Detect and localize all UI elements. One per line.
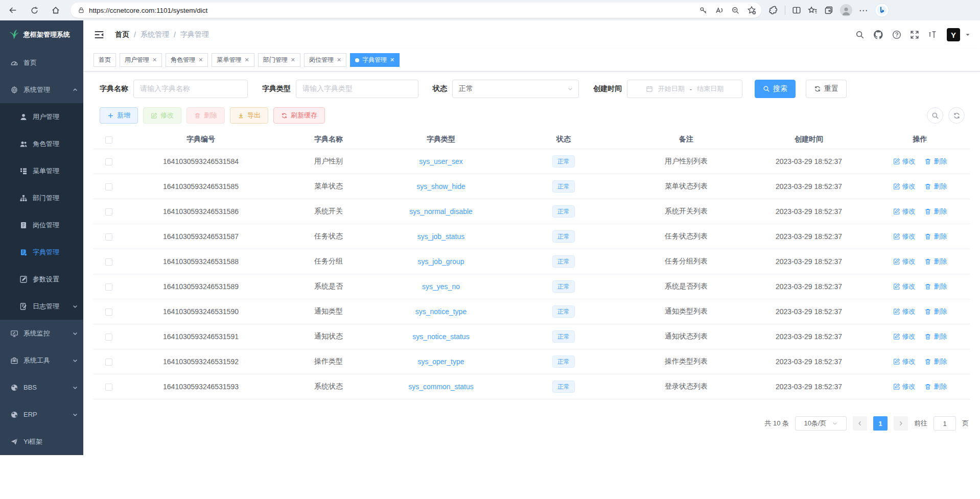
row-edit-link[interactable]: 修改 [893, 282, 916, 291]
row-delete-link[interactable]: 删除 [924, 232, 947, 241]
prev-page-button[interactable] [853, 416, 867, 431]
close-tab-icon[interactable]: ✕ [152, 57, 157, 63]
search-button[interactable]: 搜索 [755, 80, 796, 98]
refresh-cache-button[interactable]: 刷新缓存 [273, 107, 325, 124]
row-checkbox[interactable] [105, 334, 112, 341]
browser-menu-icon[interactable]: ⋯ [859, 6, 868, 15]
read-aloud-icon[interactable] [715, 6, 724, 15]
sidebar-item-7[interactable]: 字典管理 [0, 239, 83, 266]
row-checkbox[interactable] [105, 283, 112, 291]
sidebar-item-6[interactable]: 岗位管理 [0, 211, 83, 239]
sidebar-item-8[interactable]: 参数设置 [0, 266, 83, 293]
refresh-table-button[interactable] [948, 107, 965, 124]
dict-type-link[interactable]: sys_common_status [408, 383, 474, 391]
row-checkbox[interactable] [105, 208, 112, 216]
row-edit-link[interactable]: 修改 [893, 357, 916, 366]
tab-0[interactable]: 首页 [94, 53, 116, 67]
row-edit-link[interactable]: 修改 [893, 382, 916, 391]
sidebar-item-2[interactable]: 用户管理 [0, 103, 83, 130]
delete-button[interactable]: 删除 [186, 107, 225, 124]
row-delete-link[interactable]: 删除 [924, 307, 947, 316]
fullscreen-icon[interactable] [910, 30, 919, 39]
row-edit-link[interactable]: 修改 [893, 182, 916, 191]
tab-5[interactable]: 岗位管理✕ [304, 53, 346, 67]
goto-page-input[interactable] [934, 416, 956, 431]
dict-type-link[interactable]: sys_show_hide [416, 182, 465, 191]
row-edit-link[interactable]: 修改 [893, 157, 916, 166]
close-tab-icon[interactable]: ✕ [291, 57, 295, 63]
sidebar-item-10[interactable]: 系统监控 [0, 320, 83, 347]
browser-essentials-icon[interactable] [768, 6, 778, 15]
row-edit-link[interactable]: 修改 [893, 257, 916, 266]
browser-refresh-button[interactable] [26, 2, 43, 19]
browser-home-button[interactable] [47, 2, 64, 19]
dict-type-link[interactable]: sys_oper_type [417, 358, 464, 366]
password-key-icon[interactable] [699, 6, 708, 15]
header-search-icon[interactable] [855, 30, 865, 39]
export-button[interactable]: 导出 [230, 107, 268, 124]
add-favorite-icon[interactable] [747, 6, 756, 15]
dict-type-link[interactable]: sys_yes_no [422, 282, 460, 291]
sidebar-item-13[interactable]: ERP [0, 401, 83, 428]
edit-button[interactable]: 修改 [143, 107, 181, 124]
url-text[interactable]: https://ccnetcore.com:1101/system/dict [89, 7, 699, 14]
row-checkbox[interactable] [105, 308, 112, 316]
close-tab-icon[interactable]: ✕ [244, 57, 249, 63]
row-delete-link[interactable]: 删除 [924, 182, 947, 191]
tab-4[interactable]: 部门管理✕ [258, 53, 300, 67]
close-tab-icon[interactable]: ✕ [198, 57, 203, 63]
row-delete-link[interactable]: 删除 [924, 257, 947, 266]
next-page-button[interactable] [894, 416, 908, 431]
zoom-out-icon[interactable] [731, 6, 740, 15]
sidebar-item-9[interactable]: 日志管理 [0, 293, 83, 320]
sidebar-item-1[interactable]: 系统管理 [0, 76, 83, 103]
row-delete-link[interactable]: 删除 [924, 207, 947, 216]
tab-3[interactable]: 菜单管理✕ [212, 53, 254, 67]
close-tab-icon[interactable]: ✕ [390, 57, 394, 63]
browser-back-button[interactable] [4, 2, 21, 19]
dict-type-link[interactable]: sys_user_sex [419, 157, 463, 165]
sidebar-item-12[interactable]: BBS [0, 374, 83, 401]
row-delete-link[interactable]: 删除 [924, 157, 947, 166]
user-avatar[interactable]: Y [947, 28, 960, 41]
browser-profile-avatar[interactable] [840, 4, 852, 16]
show-search-toggle-button[interactable] [927, 107, 943, 124]
row-edit-link[interactable]: 修改 [893, 232, 916, 241]
help-icon[interactable] [892, 30, 901, 39]
row-checkbox[interactable] [105, 233, 112, 241]
tab-2[interactable]: 角色管理✕ [166, 53, 208, 67]
row-delete-link[interactable]: 删除 [924, 282, 947, 291]
dict-type-link[interactable]: sys_notice_type [415, 307, 466, 316]
split-screen-icon[interactable] [792, 6, 801, 15]
app-logo[interactable]: 意框架管理系统 [0, 20, 83, 49]
dict-name-input[interactable]: 请输入字典名称 [133, 80, 248, 98]
row-checkbox[interactable] [105, 183, 112, 191]
row-edit-link[interactable]: 修改 [893, 307, 916, 316]
collections-icon[interactable] [824, 6, 833, 15]
dict-type-link[interactable]: sys_notice_status [412, 332, 469, 341]
tab-6[interactable]: 字典管理✕ [350, 53, 400, 67]
dict-type-link[interactable]: sys_normal_disable [409, 207, 473, 216]
dict-type-link[interactable]: sys_job_status [417, 232, 465, 241]
row-delete-link[interactable]: 删除 [924, 382, 947, 391]
page-size-select[interactable]: 10条/页 [795, 416, 847, 431]
github-icon[interactable] [873, 30, 883, 40]
row-checkbox[interactable] [105, 359, 112, 366]
row-checkbox[interactable] [105, 158, 112, 165]
dict-type-link[interactable]: sys_job_group [417, 257, 464, 266]
bing-chat-icon[interactable] [875, 3, 889, 17]
date-range-picker[interactable]: 开始日期 - 结束日期 [627, 80, 742, 98]
sidebar-item-0[interactable]: 首页 [0, 49, 83, 76]
address-bar[interactable]: https://ccnetcore.com:1101/system/dict [71, 3, 761, 18]
tab-1[interactable]: 用户管理✕ [120, 53, 162, 67]
page-number-button[interactable]: 1 [873, 416, 888, 431]
row-checkbox[interactable] [105, 384, 112, 391]
add-button[interactable]: 新增 [100, 107, 138, 124]
collapse-sidebar-button[interactable] [92, 28, 106, 41]
row-delete-link[interactable]: 删除 [924, 357, 947, 366]
sidebar-item-5[interactable]: 部门管理 [0, 184, 83, 211]
row-checkbox[interactable] [105, 258, 112, 266]
sidebar-item-4[interactable]: 菜单管理 [0, 157, 83, 184]
status-select[interactable]: 正常 [452, 80, 579, 98]
row-edit-link[interactable]: 修改 [893, 207, 916, 216]
